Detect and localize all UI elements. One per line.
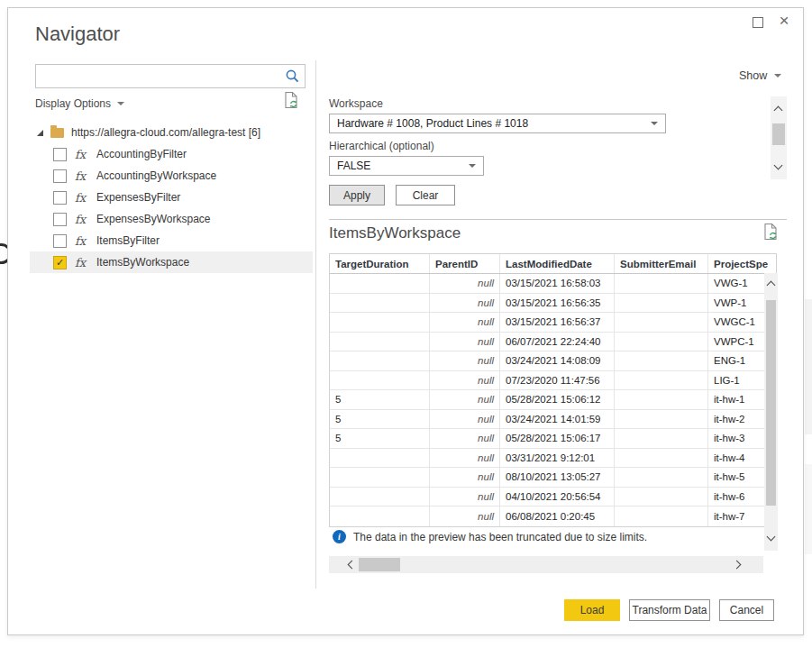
table-cell: [330, 371, 430, 390]
table-row: 5null05/28/2021 15:06:12it-hw-1: [330, 390, 776, 410]
tree-item-ItemsByFilter[interactable]: fxItemsByFilter: [30, 230, 313, 251]
display-options-dropdown[interactable]: Display Options: [35, 97, 124, 110]
table-row: null08/10/2021 13:05:27it-hw-5: [330, 468, 776, 488]
table-cell: [615, 294, 708, 313]
hierarchical-label: Hierarchical (optional): [329, 140, 434, 152]
tree-root[interactable]: https://allegra-cloud.com/allegra-test […: [30, 122, 313, 143]
table-cell: [615, 410, 708, 429]
tree-item-AccountingByFilter[interactable]: fxAccountingByFilter: [30, 143, 313, 165]
scrollbar-thumb[interactable]: [766, 300, 776, 506]
refresh-preview-icon[interactable]: [763, 223, 779, 241]
table-cell: [615, 371, 708, 390]
clear-button[interactable]: Clear: [396, 185, 455, 205]
table-cell: 5: [330, 390, 430, 409]
table-row: null03/24/2021 14:08:09ENG-1: [330, 351, 776, 371]
checkbox-checked[interactable]: ✓: [53, 256, 67, 269]
table-row: null04/10/2021 20:56:54it-hw-6: [330, 488, 776, 507]
column-header-ParentID[interactable]: ParentID: [430, 254, 500, 273]
chevron-down-icon: [469, 164, 476, 168]
background-panel-fragment: [805, 299, 812, 434]
refresh-source-icon[interactable]: [284, 91, 299, 109]
tree-root-label: https://allegra-cloud.com/allegra-test […: [71, 126, 260, 139]
table-cell: null: [430, 449, 500, 468]
navigation-tree: https://allegra-cloud.com/allegra-test […: [30, 122, 313, 273]
tree-item-label: AccountingByFilter: [96, 148, 187, 160]
scroll-up-icon[interactable]: [767, 281, 776, 290]
table-cell: [615, 333, 708, 351]
table-row: 5null03/24/2021 14:01:59it-hw-2: [330, 410, 776, 430]
apply-button[interactable]: Apply: [329, 185, 385, 205]
column-header-TargetDuration[interactable]: TargetDuration: [330, 254, 430, 273]
table-cell: null: [430, 488, 500, 507]
workspace-label: Workspace: [329, 97, 383, 110]
scroll-left-icon[interactable]: [348, 561, 357, 570]
column-header-LastModifiedDate[interactable]: LastModifiedDate: [500, 254, 615, 273]
column-header-ProjectSpe[interactable]: ProjectSpe: [708, 254, 776, 273]
table-cell: 08/10/2021 13:05:27: [500, 468, 615, 487]
column-header-SubmitterEmail[interactable]: SubmitterEmail: [615, 254, 708, 273]
table-cell: null: [430, 371, 500, 390]
tree-item-ExpensesByFilter[interactable]: fxExpensesByFilter: [30, 187, 313, 208]
maximize-button[interactable]: [749, 14, 767, 32]
preview-title: ItemsByWorkspace: [329, 224, 461, 242]
table-cell: 06/08/2021 0:20:45: [500, 507, 615, 526]
load-button[interactable]: Load: [564, 599, 620, 621]
table-cell: [615, 313, 708, 332]
scroll-down-icon[interactable]: [767, 533, 776, 542]
tree-item-ExpensesByWorkspace[interactable]: fxExpensesByWorkspace: [30, 208, 313, 230]
table-cell: null: [430, 390, 500, 409]
scroll-right-icon[interactable]: [733, 561, 742, 570]
section-divider: [329, 219, 787, 220]
search-input[interactable]: [36, 65, 292, 87]
close-icon: ×: [779, 11, 789, 31]
search-icon[interactable]: [285, 68, 300, 84]
check-icon: ✓: [56, 258, 64, 268]
checkbox-unchecked[interactable]: [53, 191, 67, 205]
table-cell: null: [430, 507, 500, 526]
search-box: [35, 64, 306, 88]
folder-icon: [50, 128, 64, 138]
table-cell: 06/07/2021 22:24:40: [500, 333, 615, 351]
pane-scrollbar[interactable]: [771, 96, 787, 179]
cancel-button[interactable]: Cancel: [719, 599, 774, 621]
table-cell: [330, 333, 430, 351]
checkbox-unchecked[interactable]: [53, 213, 67, 226]
tree-item-label: AccountingByWorkspace: [96, 169, 216, 182]
navigator-dialog: × Navigator Display Options: [7, 7, 804, 635]
scroll-up-icon[interactable]: [774, 106, 783, 115]
checkbox-unchecked[interactable]: [53, 169, 67, 183]
show-dropdown[interactable]: Show: [739, 69, 781, 82]
table-cell: 04/10/2021 20:56:54: [500, 488, 615, 507]
scrollbar-thumb[interactable]: [359, 558, 400, 571]
transform-data-button[interactable]: Transform Data: [629, 599, 710, 621]
function-icon: fx: [75, 213, 88, 226]
tree-item-AccountingByWorkspace[interactable]: fxAccountingByWorkspace: [30, 165, 313, 187]
table-scrollbar[interactable]: [764, 273, 778, 551]
close-button[interactable]: ×: [774, 10, 794, 32]
workspace-select[interactable]: Hardware # 1008, Product Lines # 1018: [329, 114, 666, 133]
tree-expanded-icon[interactable]: [37, 130, 43, 136]
table-horizontal-scrollbar[interactable]: [329, 556, 763, 573]
tree-item-label: ExpensesByFilter: [96, 191, 180, 204]
checkbox-unchecked[interactable]: [53, 234, 67, 248]
table-row: null06/08/2021 0:20:45it-hw-7: [330, 507, 776, 526]
hierarchical-select[interactable]: FALSE: [329, 156, 484, 176]
scroll-down-icon[interactable]: [774, 161, 783, 170]
table-cell: null: [430, 294, 500, 313]
table-cell: null: [430, 468, 500, 487]
tree-item-label: ItemsByFilter: [96, 234, 160, 247]
table-cell: 03/24/2021 14:01:59: [500, 410, 615, 429]
preview-table: TargetDurationParentIDLastModifiedDateSu…: [329, 253, 777, 527]
workspace-value: Hardware # 1008, Product Lines # 1018: [337, 117, 528, 130]
tree-items: fxAccountingByFilterfxAccountingByWorksp…: [30, 143, 313, 273]
chevron-down-icon: [117, 102, 124, 105]
table-cell: [615, 274, 708, 293]
panel-divider: [315, 60, 316, 589]
tree-item-ItemsByWorkspace[interactable]: ✓fxItemsByWorkspace: [30, 251, 313, 273]
tree-item-label: ExpensesByWorkspace: [96, 213, 211, 225]
scrollbar-thumb[interactable]: [772, 123, 785, 145]
checkbox-unchecked[interactable]: [53, 148, 67, 161]
truncation-text: The data in the preview has been truncat…: [353, 531, 647, 543]
maximize-icon: [753, 17, 763, 28]
table-cell: 07/23/2020 11:47:56: [500, 371, 615, 390]
